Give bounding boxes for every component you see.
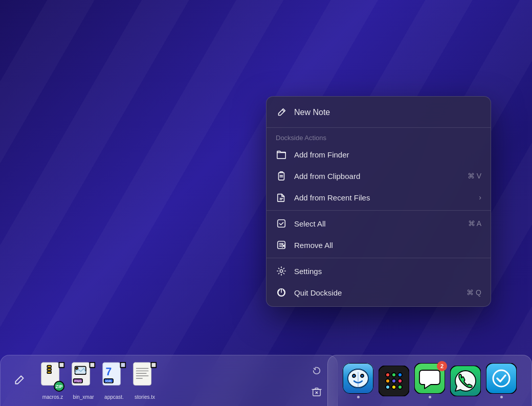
dockside-new-note-button[interactable] — [8, 369, 31, 393]
svg-point-51 — [361, 374, 364, 377]
svg-point-50 — [352, 374, 356, 377]
dock-file-appcast[interactable]: XML 7 appcast. — [101, 362, 127, 400]
divider-2 — [267, 210, 491, 211]
dock-app-messages[interactable]: 2 — [414, 363, 445, 398]
chevron-right-icon: › — [479, 193, 481, 201]
svg-point-56 — [392, 373, 396, 377]
folder-icon — [276, 149, 287, 160]
menu-item-add-clipboard[interactable]: Add from Clipboard ⌘ V — [267, 165, 491, 187]
svg-rect-25 — [90, 363, 95, 368]
dock-file-stories[interactable]: stories.tx — [131, 362, 158, 400]
divider-1 — [267, 127, 491, 128]
svg-point-59 — [392, 379, 396, 383]
edit-icon — [276, 107, 287, 118]
svg-point-61 — [386, 385, 390, 389]
svg-point-58 — [386, 379, 390, 383]
dock-file-appcast-label: appcast. — [104, 394, 124, 400]
svg-text:ZIP: ZIP — [56, 384, 63, 389]
refresh-button[interactable] — [307, 361, 326, 379]
svg-point-55 — [386, 373, 390, 377]
svg-rect-0 — [279, 173, 284, 181]
svg-point-12 — [280, 269, 282, 272]
messages-badge: 2 — [437, 361, 447, 371]
add-clipboard-label: Add from Clipboard — [294, 172, 460, 181]
svg-rect-66 — [486, 363, 517, 394]
settings-label: Settings — [294, 267, 481, 276]
svg-rect-19 — [47, 369, 51, 371]
menu-item-new-note[interactable]: New Note — [267, 100, 491, 125]
finder-icon — [343, 363, 373, 394]
svg-text:7: 7 — [105, 366, 112, 378]
xml-file-icon: XML 7 — [101, 362, 127, 392]
clipboard-icon — [276, 170, 287, 182]
svg-rect-20 — [47, 371, 51, 373]
launchpad-icon — [379, 366, 409, 396]
menu-item-add-recent[interactable]: Add from Recent Files › — [267, 187, 491, 208]
add-clipboard-shortcut: ⌘ V — [468, 172, 481, 180]
png-file-icon: PNG — [70, 362, 97, 392]
power-icon — [276, 287, 287, 298]
context-menu: New Note Dockside Actions Add from Finde… — [266, 96, 491, 307]
file-recent-icon — [276, 192, 287, 203]
checkbox-icon — [276, 218, 287, 229]
svg-point-63 — [398, 385, 402, 389]
macos-dock: 2 — [327, 355, 532, 406]
dockside-files: ZIP macros.z PNG — [34, 362, 304, 400]
messages-active-dot — [429, 396, 431, 398]
svg-point-60 — [398, 379, 402, 383]
svg-point-57 — [398, 373, 402, 377]
svg-rect-18 — [47, 366, 51, 368]
menu-item-quit[interactable]: Quit Dockside ⌘ Q — [267, 282, 491, 303]
svg-rect-36 — [134, 363, 151, 386]
section-header-dockside: Dockside Actions — [267, 130, 491, 144]
dock-app-launchpad[interactable] — [379, 366, 409, 396]
remove-all-icon — [276, 239, 287, 251]
new-note-label: New Note — [294, 108, 481, 117]
divider-3 — [267, 258, 491, 258]
remove-all-label: Remove All — [294, 241, 481, 250]
quit-label: Quit Dockside — [294, 288, 459, 297]
svg-point-29 — [76, 368, 78, 370]
whatsapp-icon — [450, 366, 481, 396]
add-recent-label: Add from Recent Files — [294, 193, 472, 202]
dock-file-macros-label: macros.z — [42, 394, 63, 400]
ticktick-icon — [486, 363, 517, 394]
quit-shortcut: ⌘ Q — [467, 288, 481, 297]
zip-file-icon: ZIP — [39, 362, 66, 392]
gear-icon — [276, 265, 287, 277]
svg-rect-38 — [151, 363, 157, 368]
dock-file-stories-label: stories.tx — [135, 394, 155, 400]
finder-active-dot — [357, 396, 360, 398]
menu-item-add-finder[interactable]: Add from Finder — [267, 144, 491, 165]
clear-button[interactable] — [307, 382, 326, 401]
svg-rect-5 — [278, 220, 285, 228]
dock-file-macros[interactable]: ZIP macros.z — [39, 362, 66, 400]
svg-text:PNG: PNG — [74, 379, 82, 383]
select-all-shortcut: ⌘ A — [468, 219, 481, 228]
add-finder-label: Add from Finder — [294, 150, 481, 159]
dock-app-ticktick[interactable] — [486, 363, 517, 398]
dockside-actions — [307, 361, 330, 401]
txt-file-icon — [131, 362, 158, 392]
dock-file-bin-xmar[interactable]: PNG bin_xmar — [70, 362, 97, 400]
svg-rect-17 — [59, 363, 64, 368]
svg-rect-32 — [121, 363, 126, 368]
menu-item-settings[interactable]: Settings — [267, 260, 491, 282]
menu-item-select-all[interactable]: Select All ⌘ A — [267, 213, 491, 234]
dockside-panel: ZIP macros.z PNG — [0, 355, 338, 406]
svg-point-62 — [392, 385, 396, 389]
dock-app-finder[interactable] — [343, 363, 373, 398]
menu-item-remove-all[interactable]: Remove All — [267, 234, 491, 256]
select-all-label: Select All — [294, 219, 461, 228]
dock-app-whatsapp[interactable] — [450, 366, 481, 396]
ticktick-active-dot — [500, 396, 503, 398]
dock-file-bin-xmar-label: bin_xmar — [73, 394, 94, 400]
svg-text:XML: XML — [105, 379, 112, 383]
